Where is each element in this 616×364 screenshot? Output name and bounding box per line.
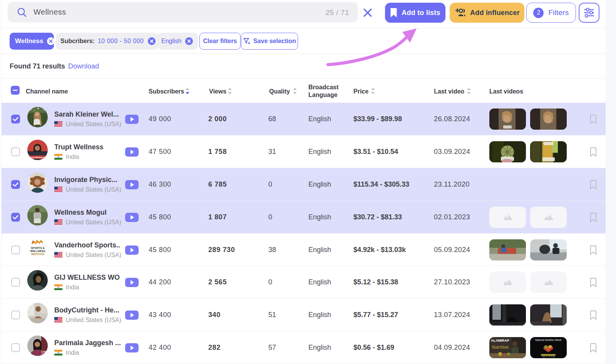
svg-text:National Nutrition Week: National Nutrition Week	[535, 339, 562, 341]
svg-text:Nutrition: Nutrition	[491, 344, 509, 350]
svg-text:Trupt Wellness: Trupt Wellness	[29, 156, 46, 159]
svg-text:INSTITUTE: INSTITUTE	[31, 253, 44, 255]
svg-text:SPORTS &: SPORTS &	[31, 247, 45, 249]
svg-text:WELLNESS: WELLNESS	[30, 250, 45, 252]
svg-text:ALAMIRAP: ALAMIRAP	[491, 339, 509, 342]
svg-text:సుందర దినము: సుందర దినము	[542, 356, 554, 358]
